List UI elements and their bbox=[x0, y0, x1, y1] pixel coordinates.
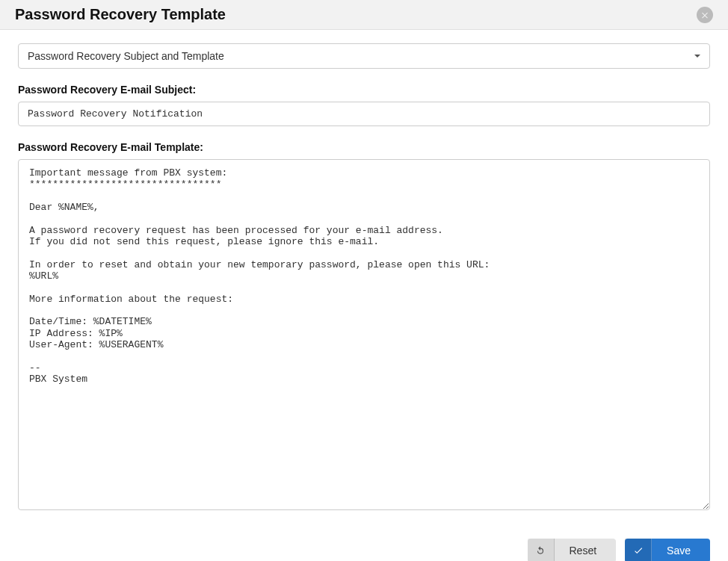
save-button[interactable]: Save bbox=[625, 539, 710, 561]
undo-icon bbox=[535, 545, 546, 556]
reset-button[interactable]: Reset bbox=[528, 539, 617, 561]
check-icon bbox=[633, 545, 644, 556]
template-dropdown[interactable]: Password Recovery Subject and Template bbox=[18, 43, 710, 69]
page-title: Password Recovery Template bbox=[15, 6, 226, 23]
reset-button-label: Reset bbox=[564, 545, 603, 557]
dropdown-selected-label: Password Recovery Subject and Template bbox=[28, 50, 224, 62]
subject-label: Password Recovery E-mail Subject: bbox=[18, 84, 710, 96]
chevron-down-icon bbox=[694, 55, 700, 58]
close-icon[interactable] bbox=[697, 7, 713, 23]
subject-input[interactable] bbox=[18, 102, 710, 126]
save-button-label: Save bbox=[661, 545, 697, 557]
template-textarea[interactable] bbox=[18, 159, 710, 510]
template-label: Password Recovery E-mail Template: bbox=[18, 141, 710, 153]
